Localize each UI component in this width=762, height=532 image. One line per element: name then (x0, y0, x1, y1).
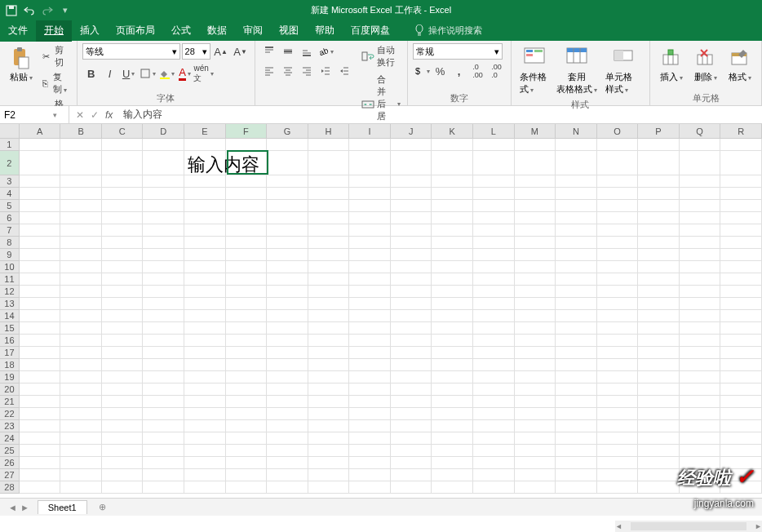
cell-B28[interactable] (60, 481, 102, 494)
cell-G16[interactable] (267, 335, 308, 347)
cell-Q5[interactable] (680, 200, 721, 212)
cell-K26[interactable] (432, 457, 473, 469)
cell-A19[interactable] (20, 371, 61, 383)
cell-F6[interactable] (226, 212, 268, 224)
cell-Q12[interactable] (680, 286, 721, 298)
cell-N17[interactable] (556, 347, 597, 359)
cell-B24[interactable] (60, 432, 102, 445)
menu-file[interactable]: 文件 (0, 20, 36, 42)
cell-M3[interactable] (515, 175, 556, 188)
cell-P9[interactable] (638, 249, 680, 261)
cell-Q10[interactable] (680, 261, 721, 273)
cell-A1[interactable] (20, 139, 61, 151)
cell-L21[interactable] (473, 396, 515, 408)
cell-R22[interactable] (720, 408, 762, 420)
cell-E17[interactable] (184, 347, 226, 359)
cell-Q20[interactable] (680, 383, 721, 396)
conditional-format-button[interactable]: 条件格式 (516, 43, 552, 97)
cell-E10[interactable] (184, 261, 226, 273)
cell-A28[interactable] (20, 481, 61, 494)
cell-F18[interactable] (226, 359, 268, 371)
cell-N21[interactable] (556, 396, 597, 408)
cell-F28[interactable] (226, 481, 268, 494)
cell-B8[interactable] (60, 237, 102, 249)
decrease-font-icon[interactable]: A▼ (232, 43, 250, 60)
cell-P1[interactable] (638, 139, 680, 151)
select-all-corner[interactable] (0, 124, 20, 139)
cell-A5[interactable] (20, 200, 61, 212)
increase-font-icon[interactable]: A▲ (212, 43, 230, 60)
cell-styles-button[interactable]: 单元格样式 (602, 43, 645, 97)
cell-L8[interactable] (473, 237, 515, 249)
cell-O7[interactable] (597, 224, 639, 237)
cell-C11[interactable] (102, 273, 144, 286)
cell-E14[interactable] (184, 310, 226, 322)
cell-L23[interactable] (473, 420, 515, 432)
font-name-select[interactable]: 等线▾ (82, 43, 180, 60)
cell-G5[interactable] (267, 200, 308, 212)
cell-M7[interactable] (515, 224, 556, 237)
cell-I21[interactable] (349, 396, 391, 408)
cell-H18[interactable] (308, 359, 350, 371)
cell-H9[interactable] (308, 249, 350, 261)
cell-G7[interactable] (267, 224, 308, 237)
cell-P22[interactable] (638, 408, 680, 420)
cell-G27[interactable] (267, 469, 308, 481)
cell-E9[interactable] (184, 249, 226, 261)
cell-M18[interactable] (515, 359, 556, 371)
cell-N9[interactable] (556, 249, 597, 261)
cell-Q16[interactable] (680, 335, 721, 347)
cell-G28[interactable] (267, 481, 308, 494)
cell-O23[interactable] (597, 420, 639, 432)
cell-A24[interactable] (20, 432, 61, 445)
cell-C27[interactable] (102, 469, 144, 481)
cell-H23[interactable] (308, 420, 350, 432)
cell-O15[interactable] (597, 322, 639, 335)
cell-L25[interactable] (473, 445, 515, 457)
row-header-10[interactable]: 10 (0, 261, 20, 273)
cell-E20[interactable] (184, 383, 226, 396)
cell-F27[interactable] (226, 469, 268, 481)
paste-button[interactable]: 粘贴 (5, 43, 38, 85)
menu-baidu[interactable]: 百度网盘 (343, 20, 398, 42)
cell-G10[interactable] (267, 261, 308, 273)
cell-I26[interactable] (349, 457, 391, 469)
col-header-C[interactable]: C (102, 124, 144, 139)
fill-color-button[interactable] (157, 65, 175, 82)
cell-F16[interactable] (226, 335, 268, 347)
cell-K5[interactable] (432, 200, 473, 212)
cell-J15[interactable] (391, 322, 432, 335)
cell-D17[interactable] (143, 347, 184, 359)
cell-B18[interactable] (60, 359, 102, 371)
tab-nav[interactable]: ◄ ► (8, 503, 29, 512)
cell-I28[interactable] (349, 481, 391, 494)
cell-J17[interactable] (391, 347, 432, 359)
cell-K11[interactable] (432, 273, 473, 286)
cell-N6[interactable] (556, 212, 597, 224)
cell-I20[interactable] (349, 383, 391, 396)
cell-F25[interactable] (226, 445, 268, 457)
cell-J3[interactable] (391, 175, 432, 188)
cell-L1[interactable] (473, 139, 515, 151)
cell-G11[interactable] (267, 273, 308, 286)
cell-D16[interactable] (143, 335, 184, 347)
cell-O19[interactable] (597, 371, 639, 383)
row-header-8[interactable]: 8 (0, 237, 20, 249)
cell-C22[interactable] (102, 408, 144, 420)
cell-E24[interactable] (184, 432, 226, 445)
cell-Q17[interactable] (680, 347, 721, 359)
col-header-D[interactable]: D (143, 124, 184, 139)
cell-K12[interactable] (432, 286, 473, 298)
cell-C20[interactable] (102, 383, 144, 396)
cell-Q6[interactable] (680, 212, 721, 224)
cell-J9[interactable] (391, 249, 432, 261)
cell-B17[interactable] (60, 347, 102, 359)
cell-Q7[interactable] (680, 224, 721, 237)
cell-O26[interactable] (597, 457, 639, 469)
cell-H21[interactable] (308, 396, 350, 408)
row-header-21[interactable]: 21 (0, 396, 20, 408)
cell-A27[interactable] (20, 469, 61, 481)
cell-J26[interactable] (391, 457, 432, 469)
cell-B22[interactable] (60, 408, 102, 420)
tell-me-search[interactable]: 操作说明搜索 (414, 24, 482, 38)
